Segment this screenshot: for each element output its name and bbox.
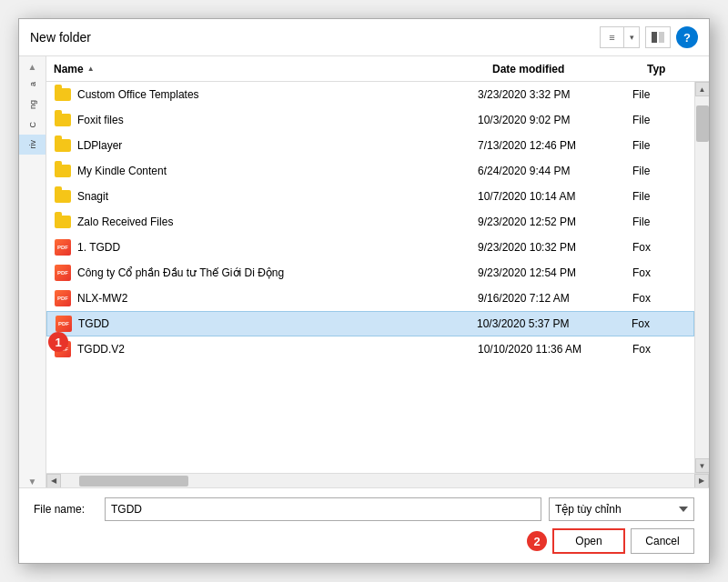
table-row[interactable]: Foxit files 10/3/2020 9:02 PM File — [46, 107, 694, 133]
sidebar-item-riv[interactable]: riv — [19, 135, 46, 155]
dialog-title: New folder — [30, 30, 600, 45]
file-type: File — [632, 216, 687, 228]
sidebar-item-a[interactable]: a — [19, 75, 46, 95]
file-type: File — [632, 190, 687, 203]
h-scroll-track[interactable] — [61, 474, 694, 488]
scroll-track[interactable] — [695, 96, 710, 458]
open-button[interactable]: Open — [552, 528, 625, 554]
file-name: LDPlayer — [77, 139, 478, 152]
file-type: Fox — [632, 266, 687, 279]
column-name[interactable]: Name ▲ — [54, 63, 492, 75]
file-date: 9/16/2020 7:12 AM — [478, 292, 632, 305]
table-row[interactable]: PDF 1. TGDD 9/23/2020 10:32 PM Fox — [46, 235, 694, 260]
horizontal-scrollbar[interactable]: ◀ ▶ — [46, 473, 709, 487]
foxit-pdf-icon: PDF — [54, 340, 72, 358]
sidebar-item-ng[interactable]: ng — [19, 95, 46, 115]
filename-input[interactable] — [105, 497, 541, 521]
file-list-header: Name ▲ Date modified Typ — [46, 56, 709, 82]
step2-marker: 2 — [527, 531, 547, 551]
folder-icon — [54, 111, 72, 129]
file-date: 7/13/2020 12:46 PM — [478, 139, 632, 152]
open-file-dialog: New folder ≡ ▾ ? ▲ a — [18, 18, 710, 564]
table-row[interactable]: My Kindle Content 6/24/2020 9:44 PM File — [46, 158, 694, 184]
svg-rect-0 — [652, 32, 657, 43]
dialog-body: ▲ a ng C riv ▼ 1 — [19, 56, 709, 487]
file-date: 10/7/2020 10:14 AM — [478, 190, 632, 203]
column-type: Typ — [647, 63, 702, 75]
filename-label: File name: — [34, 503, 97, 516]
file-date: 10/10/2020 11:36 AM — [478, 343, 632, 356]
list-content-area: Custom Office Templates 3/23/2020 3:32 P… — [46, 82, 709, 473]
file-name: Snagit — [77, 190, 478, 203]
file-type: File — [632, 88, 687, 101]
file-name: 1. TGDD — [77, 241, 478, 254]
dialog-footer: File name: Tệp tùy chỉnh 2 Open Cancel — [19, 487, 709, 563]
folder-icon — [54, 187, 72, 206]
help-button[interactable]: ? — [676, 26, 698, 48]
file-date: 6/24/2020 9:44 PM — [478, 165, 632, 177]
column-date-modified[interactable]: Date modified — [492, 63, 647, 75]
vertical-scrollbar[interactable]: ▲ ▼ — [694, 82, 709, 473]
scroll-right-button[interactable]: ▶ — [694, 474, 709, 488]
filetype-select[interactable]: Tệp tùy chỉnh — [549, 497, 694, 521]
file-type: Fox — [632, 241, 687, 254]
file-date: 10/3/2020 9:02 PM — [478, 114, 632, 126]
foxit-pdf-icon: PDF — [55, 315, 73, 333]
folder-icon — [54, 85, 72, 104]
file-name: TGDD.V2 — [77, 343, 478, 356]
view-dropdown-icon[interactable]: ▾ — [623, 26, 640, 48]
foxit-pdf-icon: PDF — [54, 238, 72, 256]
file-name: NLX-MW2 — [77, 292, 478, 305]
file-name: Foxit files — [77, 114, 478, 126]
h-scroll-thumb[interactable] — [79, 476, 188, 487]
file-name: My Kindle Content — [77, 165, 478, 177]
scroll-down-button[interactable]: ▼ — [695, 458, 710, 473]
file-name: Công ty Cổ phần Đầu tư Thế Giới Di Động — [77, 266, 478, 279]
table-row[interactable]: Zalo Received Files 9/23/2020 12:52 PM F… — [46, 209, 694, 235]
footer-buttons: 2 Open Cancel — [34, 528, 694, 554]
file-list[interactable]: Custom Office Templates 3/23/2020 3:32 P… — [46, 82, 694, 473]
view-options-button[interactable]: ≡ ▾ — [600, 26, 640, 48]
file-date: 9/23/2020 12:54 PM — [478, 266, 632, 279]
file-date: 3/23/2020 3:32 PM — [478, 88, 632, 101]
table-row[interactable]: Snagit 10/7/2020 10:14 AM File — [46, 184, 694, 209]
svg-rect-1 — [659, 32, 664, 43]
file-type: Fox — [632, 292, 687, 305]
table-row[interactable]: PDF TGDD 10/3/2020 5:37 PM Fox — [46, 311, 694, 336]
pane-toggle-button[interactable] — [645, 26, 671, 48]
table-row[interactable]: PDF NLX-MW2 9/16/2020 7:12 AM Fox — [46, 286, 694, 311]
view-list-icon[interactable]: ≡ — [600, 26, 623, 48]
file-name: Custom Office Templates — [77, 88, 478, 101]
file-type: File — [632, 165, 687, 177]
file-type: Fox — [632, 317, 686, 330]
foxit-pdf-icon: PDF — [54, 264, 72, 282]
scroll-thumb[interactable] — [696, 105, 709, 142]
sidebar-scroll-up[interactable]: ▲ — [24, 60, 42, 73]
titlebar-actions: ≡ ▾ ? — [600, 26, 698, 48]
file-type: Fox — [632, 343, 687, 356]
sort-arrow-icon: ▲ — [87, 65, 95, 73]
file-name: TGDD — [78, 317, 477, 330]
file-date: 9/23/2020 10:32 PM — [478, 241, 632, 254]
folder-icon — [54, 213, 72, 231]
dialog-titlebar: New folder ≡ ▾ ? — [19, 19, 709, 56]
folder-icon — [54, 162, 72, 180]
file-list-outer: 1 Name ▲ Date modified Typ — [46, 56, 709, 487]
scroll-left-button[interactable]: ◀ — [46, 474, 61, 488]
file-date: 9/23/2020 12:52 PM — [478, 216, 632, 228]
table-row[interactable]: Custom Office Templates 3/23/2020 3:32 P… — [46, 82, 694, 107]
table-row[interactable]: LDPlayer 7/13/2020 12:46 PM File — [46, 133, 694, 158]
sidebar-items: a ng C riv — [19, 73, 46, 475]
file-type: File — [632, 139, 687, 152]
table-row[interactable]: PDF TGDD.V2 10/10/2020 11:36 AM Fox — [46, 336, 694, 362]
sidebar: ▲ a ng C riv ▼ — [19, 56, 46, 487]
sidebar-item-c[interactable]: C — [19, 115, 46, 135]
scroll-up-button[interactable]: ▲ — [695, 82, 710, 96]
file-name: Zalo Received Files — [77, 216, 478, 228]
foxit-pdf-icon: PDF — [54, 289, 72, 307]
file-date: 10/3/2020 5:37 PM — [477, 317, 632, 330]
cancel-button[interactable]: Cancel — [631, 528, 694, 554]
filename-row: File name: Tệp tùy chỉnh — [34, 497, 694, 521]
table-row[interactable]: PDF Công ty Cổ phần Đầu tư Thế Giới Di Đ… — [46, 260, 694, 286]
sidebar-scroll-down[interactable]: ▼ — [24, 475, 42, 487]
